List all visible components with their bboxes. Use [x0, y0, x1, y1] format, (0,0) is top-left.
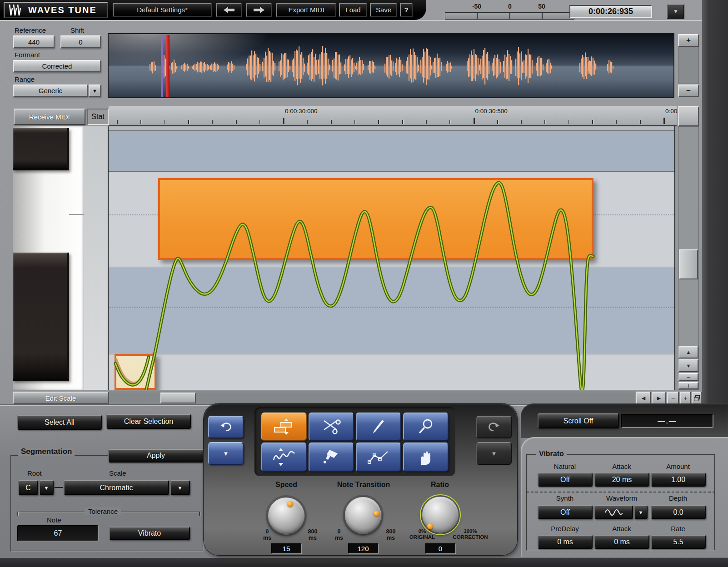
waveform-bar — [467, 61, 468, 71]
speed-value[interactable]: 15 — [271, 543, 301, 553]
undo-history-dropdown[interactable]: ▼ — [208, 442, 244, 465]
note-transition-value[interactable]: 120 — [348, 543, 378, 553]
next-preset-button[interactable] — [246, 3, 272, 17]
note-label: Note — [47, 516, 61, 524]
load-button[interactable]: Load — [339, 3, 367, 17]
waveform-bar — [307, 63, 308, 74]
correction-meter — [445, 12, 574, 20]
synth-vibrato-button[interactable]: Off — [538, 505, 593, 519]
shift-value[interactable]: 0 — [60, 35, 101, 48]
redo-button[interactable] — [476, 416, 512, 438]
previous-preset-button[interactable] — [216, 3, 242, 17]
waveform-bar — [528, 49, 529, 83]
vibrato-rate-value[interactable]: 5.5 — [651, 535, 706, 549]
waveform-bar — [415, 55, 416, 80]
vibrato-tolerance-button[interactable]: Vibrato — [109, 527, 190, 540]
waveform-shape-button[interactable] — [594, 505, 633, 519]
vibrato-attack-value[interactable]: 20 ms — [594, 472, 649, 487]
waveform-bar — [526, 55, 527, 76]
piano-black-key[interactable] — [13, 128, 69, 170]
tool-line-button[interactable] — [356, 443, 401, 472]
depth-label: Depth — [648, 494, 708, 502]
redo-history-dropdown[interactable]: ▼ — [476, 442, 512, 465]
waveform-bar — [532, 60, 533, 74]
curve-shift-icon — [272, 448, 296, 466]
scroll-down-button[interactable]: ▼ — [678, 359, 698, 372]
scroll-up-button[interactable]: ▲ — [678, 346, 698, 358]
preset-button[interactable]: Default Settings* — [113, 3, 212, 17]
waveform-bar — [183, 64, 184, 71]
help-button[interactable]: ? — [400, 3, 413, 17]
reference-value[interactable]: 440 — [13, 35, 55, 48]
scale-select[interactable]: Chromatic — [64, 480, 169, 495]
horizontal-zoom-out-button[interactable]: − — [667, 392, 679, 404]
tool-zoom-button[interactable] — [403, 413, 449, 441]
range-select[interactable]: Generic — [13, 85, 88, 97]
editor-vertical-scrollbar[interactable]: ▲ ▼ − + — [678, 126, 699, 390]
tool-hand-button[interactable] — [403, 443, 449, 472]
waveform-bar — [328, 59, 329, 75]
tool-glue-button[interactable] — [309, 443, 354, 472]
scroll-right-button[interactable]: ▶ — [652, 392, 666, 404]
ruler-corner-button[interactable] — [678, 106, 699, 126]
waveform-overview[interactable] — [108, 33, 674, 98]
waveform-dropdown[interactable]: ▼ — [634, 505, 648, 519]
waveform-bar — [487, 52, 488, 80]
vibrato-depth-value[interactable]: 0.0 — [651, 505, 706, 519]
natural-label: Natural — [535, 463, 594, 470]
piano-keyboard[interactable] — [13, 126, 84, 390]
timeline-ruler[interactable]: 0:00:30:0000:00:30:5000:00: — [109, 106, 677, 126]
pitch-editor[interactable] — [109, 126, 675, 390]
waveform-bar — [386, 57, 387, 75]
scroll-left-button[interactable]: ◀ — [636, 392, 651, 404]
overview-zoom-in-button[interactable]: + — [678, 34, 699, 47]
waveform-bar — [429, 56, 429, 80]
clear-selection-button[interactable]: Clear Selection — [106, 414, 191, 429]
formant-mode-button[interactable]: Corrected — [13, 60, 101, 72]
tool-scissors-button[interactable] — [309, 413, 354, 441]
editor-horizontal-scrollbar[interactable] — [109, 392, 635, 404]
range-dropdown[interactable]: ▼ — [89, 85, 101, 97]
pitch-curve — [109, 126, 675, 390]
root-dropdown[interactable]: ▼ — [39, 480, 54, 495]
vibrato-predelay-value[interactable]: 0 ms — [538, 535, 593, 549]
waveform-bar — [540, 58, 541, 76]
vibrato-attack2-value[interactable]: 0 ms — [594, 535, 649, 549]
vertical-scrollbar-thumb[interactable] — [679, 249, 698, 279]
waveform-bar — [232, 64, 233, 71]
tool-pitch-curve-button[interactable] — [261, 443, 307, 472]
waveform-bar — [478, 58, 479, 75]
export-midi-button[interactable]: Export MIDI — [276, 3, 336, 17]
playback-cursor[interactable] — [166, 35, 170, 97]
horizontal-zoom-in-button[interactable]: + — [680, 392, 691, 404]
apply-button[interactable]: Apply — [108, 449, 204, 463]
root-select[interactable]: C — [18, 480, 38, 495]
ratio-value[interactable]: 0 — [425, 543, 455, 553]
piano-black-key[interactable] — [13, 253, 69, 381]
tool-pen-button[interactable] — [356, 413, 401, 441]
natural-vibrato-button[interactable]: Off — [538, 472, 593, 487]
save-button[interactable]: Save — [370, 3, 397, 17]
tool-note-shift-button[interactable] — [261, 413, 307, 441]
selection-cursor[interactable] — [161, 35, 163, 97]
time-format-dropdown[interactable]: ▼ — [667, 4, 684, 19]
scroll-mode-button[interactable]: Scroll Off — [538, 413, 619, 428]
vertical-zoom-out-button[interactable]: − — [678, 373, 698, 381]
horizontal-scrollbar-thumb[interactable] — [160, 393, 196, 403]
waveform-bar — [210, 65, 211, 70]
receive-midi-button[interactable]: Receive MIDI — [14, 109, 85, 125]
window-resize-button[interactable] — [692, 392, 702, 404]
scale-dropdown[interactable]: ▼ — [170, 480, 190, 495]
overview-zoom-out-button[interactable]: − — [678, 85, 699, 97]
edit-scale-button[interactable]: Edit Scale — [13, 392, 109, 404]
waveform-bar — [325, 48, 326, 84]
undo-button[interactable] — [208, 416, 244, 438]
waveform-bar — [420, 60, 421, 74]
vibrato-amount-value[interactable]: 1.00 — [651, 472, 706, 487]
vertical-zoom-in-button[interactable]: + — [678, 382, 698, 389]
meter-label-neg50: -50 — [467, 3, 487, 10]
note-tolerance-value[interactable]: 67 — [17, 525, 99, 542]
note-transition-knob-label: Note Transition — [323, 481, 404, 489]
select-all-button[interactable]: Select All — [17, 415, 102, 430]
attack-label: Attack — [592, 463, 651, 470]
